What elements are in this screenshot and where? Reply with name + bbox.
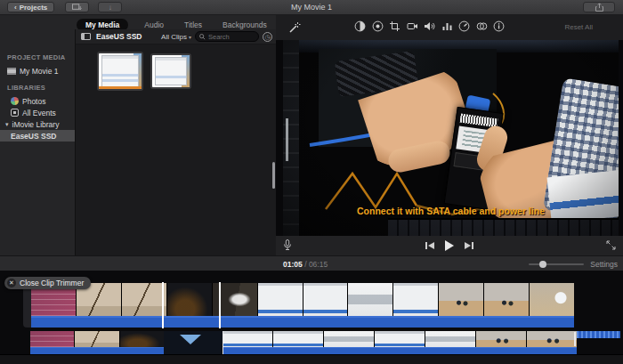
color-balance-icon[interactable] [354,20,366,32]
sidebar-toggle-icon[interactable] [81,33,91,40]
play-button[interactable] [445,240,454,251]
search-box [195,31,259,42]
clip-filter-icon[interactable] [476,20,488,32]
thumbnail-art [102,74,138,77]
current-time: 01:05 [283,260,303,269]
total-duration: 06:15 [309,260,328,269]
clip-thumbnail-dialog[interactable] [348,283,392,316]
video-viewer[interactable]: Connect it with SATA cable and power lin… [276,40,623,236]
clip-thumbnail-shot[interactable] [375,331,425,347]
reset-all-button[interactable]: Reset All [564,23,593,31]
previous-frame-button[interactable] [425,242,434,249]
sidebar-item-label: All Events [22,109,56,117]
fullscreen-icon[interactable] [606,240,616,250]
timeline-track[interactable] [27,331,623,354]
stabilization-icon[interactable] [407,20,418,32]
media-clip-thumbnail[interactable] [97,52,143,91]
trim-end-handle[interactable] [219,282,221,328]
voiceover-mic-icon[interactable] [283,239,292,251]
audio-waveform-detail[interactable] [577,331,620,338]
all-events-icon [11,109,19,117]
timeline-settings-button[interactable]: Settings [590,260,618,269]
libraries-sidebar: PROJECT MEDIA My Movie 1 LIBRARIES Photo… [0,33,75,255]
thumbnail-art [102,79,138,82]
timeline-clip[interactable] [30,331,164,354]
timeline-clip[interactable] [222,331,577,354]
clip-thumbnail-desk[interactable] [484,283,529,316]
trim-start-handle[interactable] [162,282,164,328]
thumbnail-art [156,76,186,78]
timeline-thumbnails [222,331,577,347]
timeline-toolbar: 01:05 / 06:15 Settings [0,255,623,271]
thumbnail-art [101,55,139,87]
timeline-scroll-tick [574,332,576,346]
color-correction-icon[interactable] [372,20,384,32]
clip-thumbnail-dark[interactable] [120,331,164,347]
browser-scrollbar[interactable] [272,162,275,189]
clips-area [76,44,276,255]
timeline-zoom-slider[interactable] [529,263,584,265]
timeline-thumbnails [30,331,164,347]
viewer-panel: Reset All [276,15,623,255]
clip-thumbnail-bench[interactable] [122,283,166,316]
disclosure-triangle-icon[interactable]: ▾ [5,121,9,128]
speed-icon[interactable] [458,20,470,32]
enhance-wand-icon[interactable] [288,21,301,34]
clip-thumbnail-dark[interactable] [167,283,212,316]
project-media-header: PROJECT MEDIA [0,53,75,61]
clip-thumbnail-shot[interactable] [273,331,323,347]
timeline-clip[interactable] [577,331,620,354]
clip-edge-handle[interactable] [23,283,31,328]
trimmer-filmstrip[interactable] [31,283,574,328]
playback-bar [276,236,623,255]
audio-waveform-bar[interactable] [222,347,577,354]
clip-thumbnail-shot[interactable] [303,283,348,316]
sidebar-item-label: iMovie Library [12,120,60,129]
sidebar-item-easeus-ssd[interactable]: EaseUS SSD [0,130,75,142]
sidebar-item-label: Photos [22,97,45,106]
sidebar-item-photos[interactable]: Photos [0,95,75,107]
sidebar-item-my-movie[interactable]: My Movie 1 [0,65,75,77]
clip-thumbnail-desk[interactable] [527,331,577,347]
media-clip-thumbnail[interactable] [150,53,191,89]
clip-thumbnail-title[interactable] [30,331,74,347]
title-bar: ‹Projects ↓ My Movie 1 [0,0,623,15]
search-icon [199,34,206,40]
timeline-lower-strip [0,354,623,364]
clip-filter-dropdown[interactable]: All Clips ▾ [161,33,191,41]
clip-thumbnail-shot[interactable] [393,283,438,316]
share-button[interactable] [583,2,615,12]
sidebar-item-all-events[interactable]: All Events [0,107,75,118]
timecode: 01:05 / 06:15 [283,260,328,269]
adjust-icons [354,20,505,32]
recent-clips-icon[interactable]: ◷ [263,32,272,42]
media-panel: My Media Audio Titles Backgrounds Transi… [0,15,276,255]
clip-trimmer-panel: ✕ Close Clip Trimmer [0,271,623,364]
noise-reduction-icon[interactable] [441,20,453,32]
timecode-separator: / [304,260,306,269]
search-input[interactable] [208,33,255,41]
clip-thumbnail-shot[interactable] [258,283,303,316]
clip-thumbnail-dialog[interactable] [324,331,374,347]
crop-icon[interactable] [389,20,400,32]
media-browser-header: EaseUS SSD All Clips ▾ ◷ [76,29,276,44]
chevron-down-icon: ▾ [189,34,191,40]
volume-icon[interactable] [424,20,435,32]
zoom-slider-thumb[interactable] [539,261,546,268]
clip-information-icon[interactable] [493,20,505,32]
sidebar-item-imovie-library[interactable]: ▾ iMovie Library [0,118,75,130]
close-clip-trimmer-button[interactable]: ✕ Close Clip Trimmer [4,277,91,289]
clip-thumbnail-desk[interactable] [439,283,483,316]
window-title: My Movie 1 [0,3,623,12]
audio-waveform-bar[interactable] [30,347,164,354]
next-frame-button[interactable] [465,242,473,249]
audio-waveform-bar[interactable] [31,316,574,328]
clip-thumbnail-dialog[interactable] [425,331,475,347]
close-clip-trimmer-label: Close Clip Trimmer [20,279,84,287]
sidebar-item-label: My Movie 1 [20,67,58,76]
trim-position-indicator[interactable] [180,335,201,344]
clip-thumbnail-thanks[interactable] [530,283,574,316]
clip-thumbnail-shot[interactable] [222,331,272,347]
clip-thumbnail-bench[interactable] [75,331,118,347]
clip-thumbnail-desk[interactable] [476,331,526,347]
